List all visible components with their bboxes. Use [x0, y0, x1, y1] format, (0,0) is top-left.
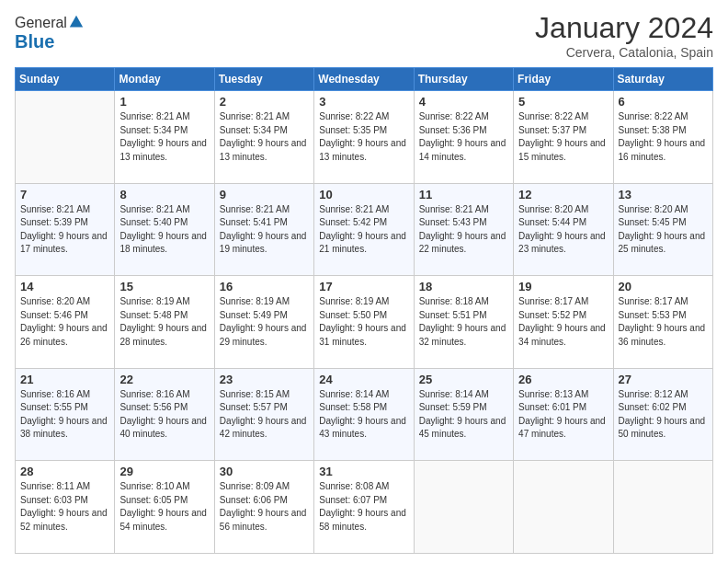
- day-number: 29: [119, 465, 209, 478]
- day-number: 21: [20, 373, 109, 386]
- day-number: 14: [20, 280, 109, 293]
- day-number: 27: [619, 373, 708, 386]
- title-block: January 2024 Cervera, Catalonia, Spain: [535, 11, 713, 60]
- day-number: 16: [220, 280, 309, 293]
- day-number: 3: [319, 95, 408, 109]
- cell-info: Sunrise: 8:11 AMSunset: 6:03 PMDaylight:…: [20, 480, 109, 534]
- header-saturday: Saturday: [613, 68, 712, 91]
- day-number: 11: [419, 188, 508, 201]
- day-number: 25: [419, 373, 508, 386]
- cell-w2-d7: 13 Sunrise: 8:20 AMSunset: 5:45 PMDaylig…: [613, 183, 712, 276]
- header-wednesday: Wednesday: [314, 68, 414, 91]
- cell-info: Sunrise: 8:20 AMSunset: 5:45 PMDaylight:…: [619, 203, 708, 257]
- cell-w2-d5: 11 Sunrise: 8:21 AMSunset: 5:43 PMDaylig…: [414, 183, 513, 276]
- cell-info: Sunrise: 8:09 AMSunset: 6:06 PMDaylight:…: [220, 480, 309, 534]
- cell-w4-d6: 26 Sunrise: 8:13 AMSunset: 6:01 PMDaylig…: [514, 368, 613, 461]
- cell-info: Sunrise: 8:21 AMSunset: 5:34 PMDaylight:…: [220, 110, 309, 164]
- cell-w4-d1: 21 Sunrise: 8:16 AMSunset: 5:55 PMDaylig…: [16, 368, 115, 461]
- week-row-3: 14 Sunrise: 8:20 AMSunset: 5:46 PMDaylig…: [16, 276, 713, 369]
- cell-info: Sunrise: 8:21 AMSunset: 5:39 PMDaylight:…: [20, 203, 109, 257]
- cell-info: Sunrise: 8:19 AMSunset: 5:50 PMDaylight:…: [319, 295, 408, 349]
- cell-info: Sunrise: 8:08 AMSunset: 6:07 PMDaylight:…: [319, 480, 408, 534]
- cell-info: Sunrise: 8:21 AMSunset: 5:43 PMDaylight:…: [419, 203, 508, 257]
- day-number: 13: [619, 188, 708, 201]
- day-number: 12: [518, 188, 608, 201]
- logo-blue-text: Blue: [15, 31, 54, 52]
- cell-w5-d5: [414, 461, 513, 554]
- day-number: 30: [220, 465, 309, 478]
- day-number: 2: [220, 95, 309, 109]
- day-number: 9: [220, 188, 309, 201]
- header-sunday: Sunday: [16, 68, 115, 91]
- cell-info: Sunrise: 8:22 AMSunset: 5:37 PMDaylight:…: [518, 110, 608, 164]
- day-number: 24: [319, 373, 408, 386]
- cell-w5-d3: 30 Sunrise: 8:09 AMSunset: 6:06 PMDaylig…: [214, 461, 313, 554]
- header-thursday: Thursday: [414, 68, 513, 91]
- day-number: 26: [518, 373, 608, 386]
- cell-info: Sunrise: 8:16 AMSunset: 5:56 PMDaylight:…: [119, 388, 209, 442]
- cell-w4-d4: 24 Sunrise: 8:14 AMSunset: 5:58 PMDaylig…: [314, 368, 414, 461]
- calendar-table: Sunday Monday Tuesday Wednesday Thursday…: [15, 67, 713, 554]
- header-tuesday: Tuesday: [214, 68, 313, 91]
- week-row-4: 21 Sunrise: 8:16 AMSunset: 5:55 PMDaylig…: [16, 368, 713, 461]
- cell-info: Sunrise: 8:17 AMSunset: 5:52 PMDaylight:…: [518, 295, 608, 349]
- day-number: 18: [419, 280, 508, 293]
- cell-info: Sunrise: 8:19 AMSunset: 5:49 PMDaylight:…: [220, 295, 309, 349]
- week-row-1: 1 Sunrise: 8:21 AMSunset: 5:34 PMDayligh…: [16, 91, 713, 184]
- day-number: 8: [119, 188, 209, 201]
- weekday-header-row: Sunday Monday Tuesday Wednesday Thursday…: [16, 68, 713, 91]
- cell-info: Sunrise: 8:16 AMSunset: 5:55 PMDaylight:…: [20, 388, 109, 442]
- cell-w3-d4: 17 Sunrise: 8:19 AMSunset: 5:50 PMDaylig…: [314, 276, 414, 369]
- cell-info: Sunrise: 8:14 AMSunset: 5:59 PMDaylight:…: [419, 388, 508, 442]
- day-number: 28: [20, 465, 109, 478]
- day-number: 1: [119, 95, 209, 109]
- cell-info: Sunrise: 8:15 AMSunset: 5:57 PMDaylight:…: [220, 388, 309, 442]
- cell-w1-d1: [16, 91, 115, 184]
- cell-w2-d1: 7 Sunrise: 8:21 AMSunset: 5:39 PMDayligh…: [16, 183, 115, 276]
- cell-info: Sunrise: 8:22 AMSunset: 5:36 PMDaylight:…: [419, 110, 508, 164]
- cell-w1-d4: 3 Sunrise: 8:22 AMSunset: 5:35 PMDayligh…: [314, 91, 414, 184]
- week-row-2: 7 Sunrise: 8:21 AMSunset: 5:39 PMDayligh…: [16, 183, 713, 276]
- day-number: 31: [319, 465, 408, 478]
- cell-info: Sunrise: 8:21 AMSunset: 5:42 PMDaylight:…: [319, 203, 408, 257]
- logo-general-text: General: [15, 15, 67, 31]
- cell-w5-d6: [514, 461, 613, 554]
- cell-w3-d5: 18 Sunrise: 8:18 AMSunset: 5:51 PMDaylig…: [414, 276, 513, 369]
- day-number: 19: [518, 280, 608, 293]
- cell-info: Sunrise: 8:10 AMSunset: 6:05 PMDaylight:…: [119, 480, 209, 534]
- page: General Blue January 2024 Cervera, Catal…: [0, 0, 728, 563]
- cell-info: Sunrise: 8:20 AMSunset: 5:46 PMDaylight:…: [20, 295, 109, 349]
- cell-w3-d7: 20 Sunrise: 8:17 AMSunset: 5:53 PMDaylig…: [613, 276, 712, 369]
- day-number: 23: [220, 373, 309, 386]
- cell-w3-d3: 16 Sunrise: 8:19 AMSunset: 5:49 PMDaylig…: [214, 276, 313, 369]
- day-number: 17: [319, 280, 408, 293]
- cell-w1-d2: 1 Sunrise: 8:21 AMSunset: 5:34 PMDayligh…: [115, 91, 214, 184]
- cell-w3-d2: 15 Sunrise: 8:19 AMSunset: 5:48 PMDaylig…: [115, 276, 214, 369]
- cell-w5-d1: 28 Sunrise: 8:11 AMSunset: 6:03 PMDaylig…: [16, 461, 115, 554]
- cell-w1-d6: 5 Sunrise: 8:22 AMSunset: 5:37 PMDayligh…: [514, 91, 613, 184]
- cell-w4-d2: 22 Sunrise: 8:16 AMSunset: 5:56 PMDaylig…: [115, 368, 214, 461]
- cell-w2-d3: 9 Sunrise: 8:21 AMSunset: 5:41 PMDayligh…: [214, 183, 313, 276]
- cell-w5-d4: 31 Sunrise: 8:08 AMSunset: 6:07 PMDaylig…: [314, 461, 414, 554]
- day-number: 7: [20, 188, 109, 201]
- month-title: January 2024: [535, 11, 713, 45]
- cell-info: Sunrise: 8:21 AMSunset: 5:40 PMDaylight:…: [119, 203, 209, 257]
- cell-w5-d2: 29 Sunrise: 8:10 AMSunset: 6:05 PMDaylig…: [115, 461, 214, 554]
- day-number: 4: [419, 95, 508, 109]
- cell-w5-d7: [613, 461, 712, 554]
- cell-w2-d4: 10 Sunrise: 8:21 AMSunset: 5:42 PMDaylig…: [314, 183, 414, 276]
- cell-info: Sunrise: 8:22 AMSunset: 5:35 PMDaylight:…: [319, 110, 408, 164]
- day-number: 6: [619, 95, 708, 109]
- logo-icon: [68, 14, 85, 30]
- logo: General Blue: [15, 15, 85, 52]
- cell-info: Sunrise: 8:22 AMSunset: 5:38 PMDaylight:…: [619, 110, 708, 164]
- cell-w1-d5: 4 Sunrise: 8:22 AMSunset: 5:36 PMDayligh…: [414, 91, 513, 184]
- day-number: 10: [319, 188, 408, 201]
- header: General Blue January 2024 Cervera, Catal…: [15, 11, 713, 60]
- cell-info: Sunrise: 8:21 AMSunset: 5:34 PMDaylight:…: [119, 110, 209, 164]
- week-row-5: 28 Sunrise: 8:11 AMSunset: 6:03 PMDaylig…: [16, 461, 713, 554]
- day-number: 5: [518, 95, 608, 109]
- cell-info: Sunrise: 8:12 AMSunset: 6:02 PMDaylight:…: [619, 388, 708, 442]
- cell-w4-d3: 23 Sunrise: 8:15 AMSunset: 5:57 PMDaylig…: [214, 368, 313, 461]
- cell-info: Sunrise: 8:13 AMSunset: 6:01 PMDaylight:…: [518, 388, 608, 442]
